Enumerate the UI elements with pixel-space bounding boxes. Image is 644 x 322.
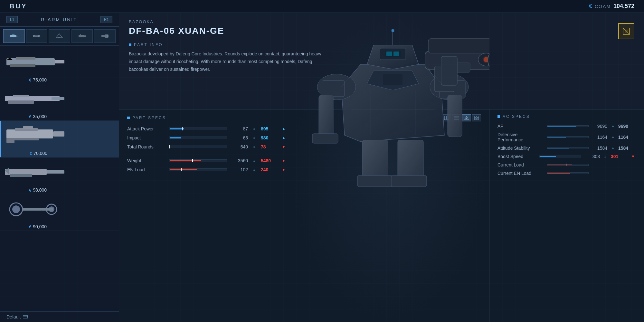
svg-rect-46 [625, 30, 628, 33]
ac-stat-defensive-performance: Defensive Performance 1164 » 1164 [497, 132, 636, 142]
ac-bar-fill [547, 126, 576, 127]
category-tab-1[interactable] [3, 29, 25, 43]
weapon-image [3, 49, 68, 76]
view-icon-grid[interactable] [472, 114, 481, 121]
ac-stat-current-en-load: Current EN Load [497, 171, 636, 176]
part-description: Bazooka developed by Dafeng Core Industr… [129, 50, 322, 73]
stat-name: Impact [127, 135, 166, 140]
svg-rect-55 [477, 116, 479, 118]
weapon-type: BAZOOKA [129, 19, 634, 24]
top-bar: BUY € COAM 104,572 [0, 0, 644, 13]
svg-rect-0 [10, 35, 16, 37]
weapon-image [3, 159, 68, 186]
stat-arrow: » [251, 127, 258, 131]
ac-stat-new: 301 [611, 154, 629, 159]
ac-stat-bar [547, 164, 589, 166]
weapon-item[interactable]: € 35,000 [0, 84, 119, 121]
ac-stat-bar [547, 136, 589, 138]
svg-rect-49 [454, 116, 459, 117]
stat-arrow: » [251, 145, 258, 149]
ac-stat-boost-speed: Boost Speed 303 » 301 ▼ [497, 154, 636, 159]
svg-point-4 [33, 35, 35, 37]
svg-rect-7 [58, 37, 60, 38]
weapon-item-selected[interactable]: € 70,000 [0, 121, 119, 157]
weapon-item[interactable]: € 90,000 [0, 194, 119, 231]
weapon-badge [618, 23, 634, 39]
svg-rect-16 [16, 57, 35, 60]
stat-spacer [127, 153, 481, 158]
weapon-image [3, 195, 68, 223]
stat-current: 65 [230, 135, 248, 140]
weapon-info-panel: BAZOOKA DF-BA-06 XUAN-GE PART INFO Bazoo… [119, 13, 644, 109]
euro-symbol: € [29, 78, 31, 82]
svg-rect-48 [447, 116, 449, 120]
default-label: Default [0, 311, 119, 322]
weapon-price: € 98,000 [24, 187, 47, 193]
stat-bar-marker [181, 168, 182, 171]
stat-bar-marker [180, 136, 180, 139]
ac-stat-arrow: » [602, 154, 608, 159]
change-icon: ▼ [282, 145, 287, 149]
stat-new: 5480 [261, 158, 279, 163]
ac-stat-new: 9690 [618, 124, 636, 129]
bullet-icon [127, 117, 130, 119]
change-icon: ▼ [282, 158, 287, 163]
svg-rect-11 [101, 35, 105, 37]
weapon-price: € 75,000 [24, 77, 47, 82]
view-icons [442, 114, 481, 121]
stat-weight: Weight 3560 » 5480 ▼ [127, 158, 481, 163]
stat-arrow: » [251, 136, 258, 140]
stat-bar-marker [566, 164, 566, 166]
svg-rect-27 [23, 126, 33, 129]
stat-arrow: » [251, 158, 258, 163]
stat-bar [169, 137, 227, 139]
stat-current: 87 [230, 126, 248, 131]
stat-total-rounds: Total Rounds 540 » 78 ▼ [127, 144, 481, 149]
weapon-item[interactable]: € 98,000 [0, 157, 119, 194]
ac-stat-bar [539, 156, 581, 157]
sidebar-header: L1 R-ARM UNIT R1 [0, 13, 119, 27]
svg-rect-15 [55, 60, 64, 63]
weapon-price: € 70,000 [25, 151, 47, 156]
ac-stat-arrow: » [610, 146, 616, 150]
ac-stat-current: 303 [584, 154, 600, 159]
stat-new: 240 [261, 167, 279, 172]
svg-rect-56 [474, 118, 476, 120]
ac-stat-current: 9690 [591, 124, 607, 129]
category-tab-4[interactable] [71, 29, 93, 43]
ac-stat-new: 1584 [618, 146, 636, 151]
svg-rect-20 [8, 100, 34, 104]
ac-stat-name: Current Load [497, 162, 544, 167]
ac-stat-name: AP [497, 124, 544, 129]
euro-symbol: € [30, 151, 32, 156]
view-icon-list[interactable] [452, 114, 461, 121]
category-tab-2[interactable] [26, 29, 48, 43]
svg-rect-10 [80, 34, 81, 35]
stat-bar-fill [170, 160, 201, 161]
stat-bar-fill [170, 169, 197, 170]
weapon-price: € 35,000 [24, 114, 47, 119]
ac-specs-header: AC SPECS [497, 114, 636, 119]
stat-current: 102 [230, 167, 248, 172]
sidebar-tab-left[interactable]: L1 [6, 16, 18, 23]
sidebar-tab-right[interactable]: R1 [100, 16, 112, 23]
change-icon: ▼ [282, 167, 287, 172]
category-tab-3[interactable] [49, 29, 70, 43]
stat-name: Attack Power [127, 126, 166, 131]
weapon-item[interactable]: € 75,000 [0, 47, 119, 84]
stat-bar-marker [568, 172, 568, 175]
stat-current: 540 [230, 144, 248, 149]
svg-rect-31 [10, 174, 32, 177]
view-icon-compare[interactable] [442, 114, 451, 121]
stat-bar [169, 146, 227, 148]
stat-new: 895 [261, 126, 279, 131]
ac-bar-fill [540, 156, 556, 157]
ac-stat-name: Attitude Stability [497, 146, 544, 151]
stat-bar [169, 168, 227, 171]
view-icon-radar[interactable] [462, 114, 471, 121]
category-tab-5[interactable] [94, 29, 116, 43]
ac-stat-attitude-stability: Attitude Stability 1584 » 1584 [497, 146, 636, 151]
ac-stat-new: 1164 [618, 135, 636, 140]
part-info-header: PART INFO [129, 43, 634, 47]
weapon-price: € 90,000 [24, 224, 47, 229]
